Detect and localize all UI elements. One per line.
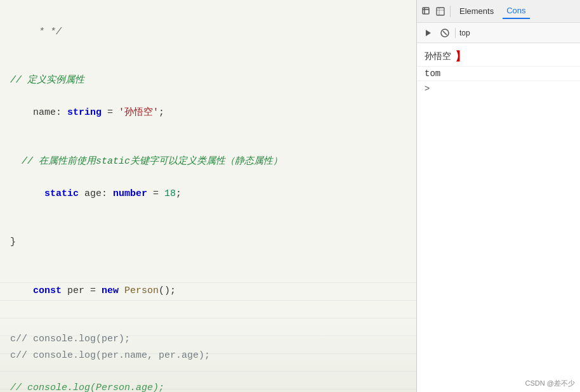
devtools-tab-bar: Elements Cons bbox=[417, 0, 580, 23]
stop-icon[interactable] bbox=[438, 27, 451, 39]
inspect-icon[interactable] bbox=[436, 7, 445, 16]
code-line-13: c// console.log(per); bbox=[10, 331, 406, 348]
red-bracket-icon: 】 bbox=[455, 49, 466, 64]
code-line-1: * */ bbox=[10, 8, 406, 56]
toolbar-divider bbox=[455, 28, 456, 38]
svg-rect-0 bbox=[423, 8, 429, 14]
code-line-9: } bbox=[10, 234, 406, 251]
console-toolbar: top bbox=[417, 23, 580, 43]
tab-divider-1 bbox=[450, 6, 451, 17]
console-entry-2: tom bbox=[417, 67, 580, 81]
code-line-blank-6 bbox=[10, 363, 406, 380]
comment-text: * */ bbox=[33, 27, 62, 37]
console-entry-1: 孙悟空 】 bbox=[417, 47, 580, 67]
code-line-7: static age: number = 18; bbox=[10, 169, 406, 218]
svg-rect-1 bbox=[437, 8, 444, 15]
code-line-11: const per = new Person(); bbox=[10, 266, 406, 315]
code-line-blank-2 bbox=[10, 137, 406, 154]
code-line-blank-1 bbox=[10, 56, 406, 73]
tab-elements[interactable]: Elements bbox=[456, 4, 498, 18]
console-prompt[interactable]: > bbox=[417, 81, 580, 95]
code-editor: * */ // 定义实例属性 name: string = '孙悟空'; // … bbox=[0, 0, 416, 392]
code-line-blank-5 bbox=[10, 315, 406, 332]
svg-line-4 bbox=[443, 31, 447, 35]
code-line-blank-4 bbox=[10, 251, 406, 267]
code-line-blank-3 bbox=[10, 218, 406, 235]
console-output: 孙悟空 】 tom > bbox=[417, 43, 580, 392]
play-icon[interactable] bbox=[422, 27, 435, 39]
console-value-2: tom bbox=[425, 69, 440, 79]
console-value-1: 孙悟空 bbox=[425, 51, 451, 62]
watermark: CSDN @差不少 bbox=[525, 379, 575, 388]
code-line-14: c// console.log(per.name, per.age); bbox=[10, 348, 406, 364]
svg-marker-2 bbox=[426, 30, 431, 36]
tab-console[interactable]: Cons bbox=[503, 3, 529, 19]
devtools-panel: Elements Cons top 孙悟空 】 tom > bbox=[416, 0, 580, 392]
code-line-4: name: string = '孙悟空'; bbox=[10, 89, 406, 138]
cursor-icon[interactable] bbox=[422, 7, 431, 16]
context-selector[interactable]: top bbox=[459, 29, 470, 37]
code-line-3: // 定义实例属性 bbox=[10, 72, 406, 89]
code-line-16: // console.log(Person.age); bbox=[10, 380, 406, 393]
code-line-6: // 在属性前使用static关键字可以定义类属性（静态属性） bbox=[10, 154, 406, 170]
